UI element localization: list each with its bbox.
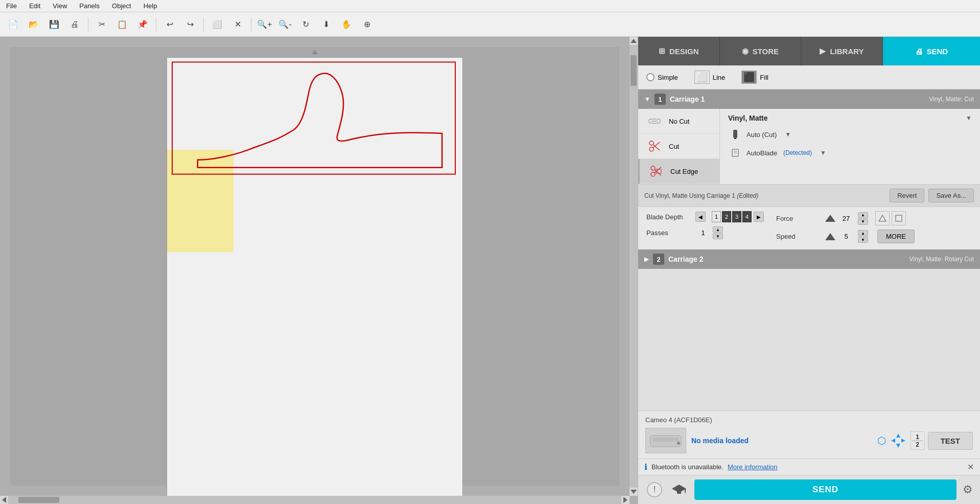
drawing-svg bbox=[167, 58, 462, 496]
cut-option[interactable]: Cut bbox=[638, 134, 719, 159]
cut-edge-option[interactable]: Cut Edge bbox=[638, 159, 719, 184]
blade-dropdown-arrow[interactable]: ▼ bbox=[820, 149, 826, 156]
passes-row: Passes 1 ▲ ▼ bbox=[646, 226, 764, 239]
zoom-in-button[interactable]: 🔍+ bbox=[255, 15, 274, 34]
more-button[interactable]: MORE bbox=[877, 230, 915, 243]
bluetooth-close-icon[interactable]: ✕ bbox=[967, 462, 974, 472]
depth-1[interactable]: 1 bbox=[712, 211, 721, 222]
material-dropdown-arrow[interactable]: ▼ bbox=[966, 114, 972, 122]
blade-depth-plus[interactable]: ▶ bbox=[754, 212, 764, 222]
new-button[interactable]: 📄 bbox=[4, 15, 22, 34]
carriage2-header[interactable]: ▶ 2 Carriage 2 Vinyl, Matte: Rotary Cut bbox=[638, 249, 980, 269]
speed-slider[interactable] bbox=[825, 233, 835, 240]
print-button[interactable]: 🖨 bbox=[65, 15, 84, 34]
scroll-vertical[interactable] bbox=[629, 37, 638, 496]
menu-object[interactable]: Object bbox=[110, 1, 133, 11]
passes-down[interactable]: ▼ bbox=[713, 233, 723, 239]
menu-panels[interactable]: Panels bbox=[77, 1, 102, 11]
carriage1-expand-icon: ▼ bbox=[644, 96, 650, 103]
tab-library[interactable]: ▶ LIBRARY bbox=[801, 37, 883, 65]
scroll-left-arrow[interactable] bbox=[0, 496, 8, 504]
scroll-thumb-h[interactable] bbox=[18, 497, 59, 503]
svg-rect-20 bbox=[653, 438, 679, 442]
settings-icon[interactable]: ⚙ bbox=[963, 483, 973, 496]
page-scroll-up[interactable] bbox=[312, 50, 318, 54]
cut-icon bbox=[646, 138, 663, 154]
scroll-right-arrow[interactable] bbox=[621, 496, 629, 504]
no-cut-option[interactable]: No Cut bbox=[638, 109, 719, 134]
speed-slider-triangle bbox=[825, 233, 835, 240]
scroll-up-arrow[interactable] bbox=[629, 37, 638, 45]
save-button[interactable]: 💾 bbox=[45, 15, 63, 34]
speed-up[interactable]: ▲ bbox=[858, 230, 868, 236]
scroll-horizontal[interactable] bbox=[0, 496, 629, 504]
copy-button[interactable]: 📋 bbox=[113, 15, 131, 34]
menu-edit[interactable]: Edit bbox=[27, 1, 42, 11]
no-cut-label: No Cut bbox=[669, 118, 689, 125]
open-button[interactable]: 📂 bbox=[25, 15, 43, 34]
menu-file[interactable]: File bbox=[4, 1, 19, 11]
pan-button[interactable]: ✋ bbox=[337, 15, 356, 34]
bluetooth-link[interactable]: More information bbox=[728, 463, 778, 471]
send-tab-label: SEND bbox=[927, 47, 948, 56]
svg-rect-29 bbox=[677, 491, 681, 494]
notification-icon[interactable]: ! bbox=[645, 480, 664, 499]
line-mode-icon: ⬜ bbox=[694, 71, 710, 84]
action-edited-text: (Edited) bbox=[737, 192, 758, 199]
tool-dropdown-arrow[interactable]: ▼ bbox=[785, 131, 791, 138]
save-as-button[interactable]: Save As... bbox=[928, 189, 974, 202]
test-button[interactable]: TEST bbox=[928, 432, 973, 450]
svg-marker-25 bbox=[901, 439, 905, 443]
menu-view[interactable]: View bbox=[51, 1, 69, 11]
scroll-track-h[interactable] bbox=[8, 496, 621, 504]
menu-help[interactable]: Help bbox=[142, 1, 159, 11]
rotate-button[interactable]: ↻ bbox=[296, 15, 315, 34]
zoom-out-button[interactable]: 🔍- bbox=[276, 15, 294, 34]
scroll-track-v[interactable] bbox=[629, 45, 638, 488]
paste-button[interactable]: 📌 bbox=[133, 15, 152, 34]
cut-button[interactable]: ✂ bbox=[92, 15, 111, 34]
mode-line[interactable]: ⬜ Line bbox=[694, 71, 726, 84]
depth-3[interactable]: 3 bbox=[732, 211, 741, 222]
blade-icon bbox=[728, 146, 742, 160]
depth-4[interactable]: 4 bbox=[742, 211, 752, 222]
cut-edge-icon bbox=[648, 163, 664, 179]
send-button[interactable]: SEND bbox=[694, 479, 956, 500]
fill-label: Fill bbox=[760, 74, 768, 81]
blade-rect-icon[interactable] bbox=[892, 211, 906, 225]
crosshair-button[interactable]: ⊕ bbox=[358, 15, 376, 34]
redo-button[interactable]: ↪ bbox=[181, 15, 199, 34]
carriage1-header[interactable]: ▼ 1 Carriage 1 Vinyl, Matte: Cut bbox=[638, 89, 980, 109]
tab-store[interactable]: ◉ STORE bbox=[720, 37, 802, 65]
carriage1-number: 1 bbox=[655, 94, 666, 105]
action-info: Cut Vinyl, Matte Using Carriage 1 (Edite… bbox=[644, 192, 758, 199]
nav-arrows-icon[interactable]: ⬡ bbox=[877, 434, 886, 447]
delete-button[interactable]: ✕ bbox=[228, 15, 247, 34]
tab-design[interactable]: ⊞ DESIGN bbox=[638, 37, 720, 65]
passes-up[interactable]: ▲ bbox=[713, 226, 723, 233]
graduate-icon[interactable] bbox=[670, 480, 688, 499]
force-up[interactable]: ▲ bbox=[858, 212, 868, 218]
params-grid: Blade Depth ◀ 1 2 3 4 ▶ bbox=[638, 207, 980, 247]
mode-fill[interactable]: ⬛ Fill bbox=[741, 71, 768, 84]
blade-depth-minus[interactable]: ◀ bbox=[695, 212, 706, 222]
simple-radio[interactable] bbox=[646, 73, 655, 81]
direction-arrows-icon[interactable] bbox=[889, 431, 907, 450]
mode-simple[interactable]: Simple bbox=[646, 73, 678, 81]
cut-options-col: No Cut Cut bbox=[638, 109, 720, 184]
depth-2[interactable]: 2 bbox=[722, 211, 731, 222]
carriage2-title: Carriage 2 bbox=[668, 255, 909, 263]
force-slider[interactable] bbox=[825, 215, 835, 222]
tab-send[interactable]: 🖨 SEND bbox=[883, 37, 980, 65]
blade-triangle-icon[interactable] bbox=[875, 211, 890, 225]
scroll-down-arrow[interactable] bbox=[629, 488, 638, 496]
revert-button[interactable]: Revert bbox=[890, 189, 924, 202]
undo-button[interactable]: ↩ bbox=[160, 15, 179, 34]
svg-line-5 bbox=[653, 142, 660, 148]
speed-down[interactable]: ▼ bbox=[858, 237, 868, 243]
scroll-thumb-v[interactable] bbox=[631, 55, 637, 86]
move-down-button[interactable]: ⬇ bbox=[317, 15, 335, 34]
tool-value: Auto (Cut) bbox=[746, 131, 777, 139]
transform-button[interactable]: ⬜ bbox=[208, 15, 226, 34]
force-down[interactable]: ▼ bbox=[858, 219, 868, 225]
